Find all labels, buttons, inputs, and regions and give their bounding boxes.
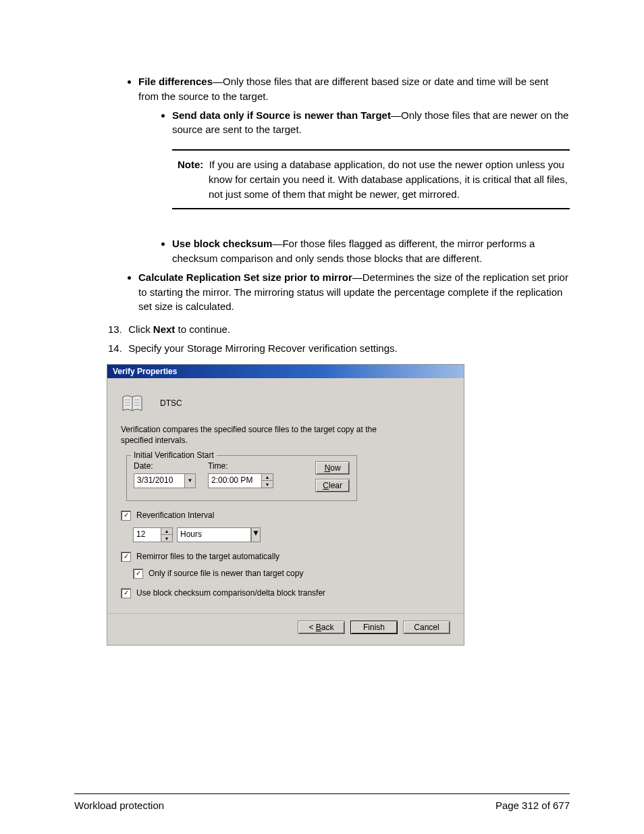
book-icon [121, 392, 144, 415]
date-label: Date: [134, 461, 196, 471]
step-text-bold: Next [153, 323, 176, 335]
footer-right: Page 312 of 677 [495, 800, 570, 811]
initial-verification-fieldset: Initial Verification Start Date: 3/31/20… [126, 455, 357, 501]
chevron-down-icon[interactable]: ▼ [251, 527, 261, 542]
spin-up-icon[interactable]: ▲ [161, 528, 172, 536]
reverification-label: Reverification Interval [136, 511, 214, 520]
reverification-checkbox[interactable]: ✓ [121, 511, 131, 521]
time-spinner[interactable]: 2:00:00 PM ▲ ▼ [208, 473, 273, 488]
spin-down-icon[interactable]: ▼ [262, 481, 273, 488]
bullet-term: Calculate Replication Set size prior to … [138, 271, 352, 283]
bullet-term: Send data only if Source is newer than T… [172, 109, 391, 121]
date-dropdown[interactable]: 3/31/2010 ▼ [134, 473, 196, 488]
time-input[interactable]: 2:00:00 PM [208, 473, 262, 488]
cancel-button[interactable]: Cancel [403, 621, 450, 634]
dialog-header-label: DTSC [160, 398, 182, 408]
remirror-label: Remirror files to the target automatical… [136, 552, 279, 561]
verify-properties-dialog: Verify Properties DTSC Verification comp… [107, 364, 464, 646]
back-button[interactable]: < Back [298, 621, 345, 634]
list-item: Use block checksum—For those files flagg… [172, 236, 570, 266]
step-number: 14. [108, 341, 126, 356]
interval-spinner[interactable]: 12 ▲ ▼ [133, 527, 173, 542]
note-block: Note: If you are using a database applic… [172, 149, 570, 209]
time-label: Time: [208, 461, 273, 471]
step-text: Specify your Storage Mirroring Recover v… [128, 342, 398, 354]
step-number: 13. [108, 322, 126, 337]
dialog-titlebar: Verify Properties [107, 365, 464, 378]
fieldset-legend: Initial Verification Start [131, 450, 217, 460]
only-if-newer-label: Only if source file is newer than target… [149, 569, 303, 578]
interval-input[interactable]: 12 [133, 527, 161, 542]
spin-down-icon[interactable]: ▼ [161, 535, 172, 542]
list-item: File differences—Only those files that a… [138, 74, 570, 266]
page-footer: Workload protection Page 312 of 677 [74, 793, 570, 811]
step-text-post: to continue. [175, 323, 230, 335]
only-if-newer-checkbox[interactable]: ✓ [133, 569, 143, 579]
now-button[interactable]: Now [315, 461, 350, 475]
spin-up-icon[interactable]: ▲ [262, 474, 273, 481]
remirror-checkbox[interactable]: ✓ [121, 552, 131, 562]
date-input[interactable]: 3/31/2010 [134, 473, 185, 488]
interval-unit-input[interactable]: Hours [177, 527, 251, 542]
interval-unit-dropdown[interactable]: Hours ▼ [177, 527, 261, 542]
checksum-checkbox[interactable]: ✓ [121, 588, 131, 598]
list-item: Send data only if Source is newer than T… [172, 108, 570, 210]
bullet-term: Use block checksum [172, 238, 272, 249]
finish-button[interactable]: Finish [350, 621, 398, 634]
checksum-label: Use block checksum comparison/delta bloc… [136, 588, 325, 598]
footer-left: Workload protection [74, 800, 164, 811]
step-item: 14. Specify your Storage Mirroring Recov… [108, 341, 570, 356]
step-text-pre: Click [128, 323, 153, 335]
bullet-term: File differences [138, 76, 213, 87]
note-text: If you are using a database application,… [209, 159, 568, 200]
chevron-down-icon[interactable]: ▼ [185, 473, 196, 488]
clear-button[interactable]: Clear [315, 479, 350, 492]
step-item: 13. Click Next to continue. [108, 322, 570, 337]
dialog-description: Verification compares the specified sour… [121, 424, 391, 446]
note-label: Note: [178, 159, 203, 170]
dialog-footer: < Back Finish Cancel [107, 614, 464, 645]
list-item: Calculate Replication Set size prior to … [138, 270, 570, 314]
